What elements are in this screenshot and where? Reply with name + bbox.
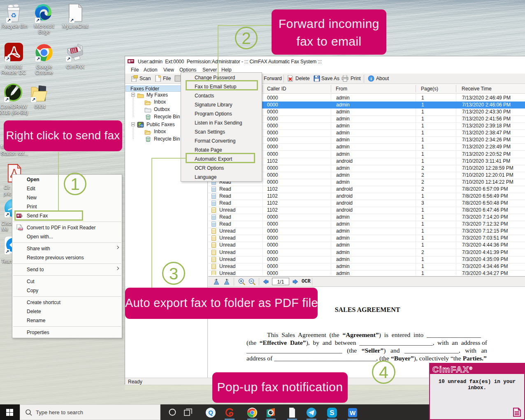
svg-text:♻: ♻	[11, 12, 16, 19]
svg-text:W: W	[350, 409, 356, 416]
svg-text:PDF: PDF	[19, 228, 23, 231]
svg-text:i: i	[370, 76, 372, 81]
svg-text:Q: Q	[208, 409, 213, 416]
svg-text:S: S	[330, 409, 334, 417]
